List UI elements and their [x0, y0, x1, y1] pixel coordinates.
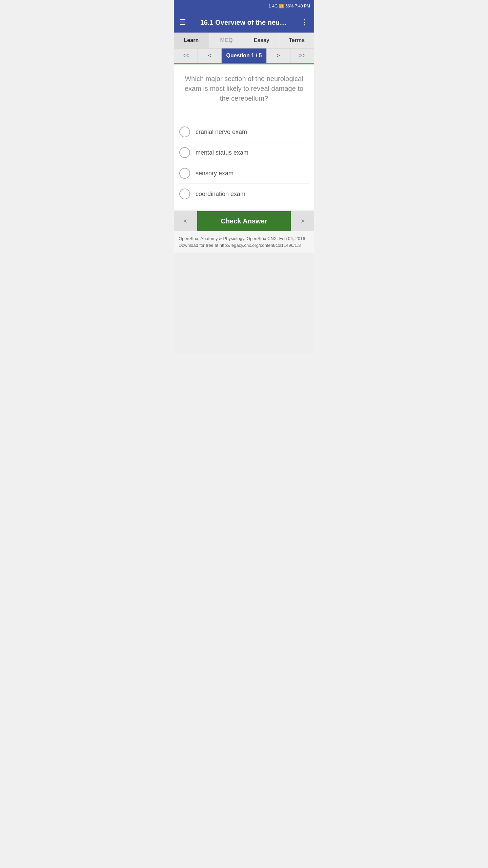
- option-coordination-exam[interactable]: coordination exam: [179, 184, 309, 204]
- question-text: Which major section of the neurological …: [181, 74, 307, 103]
- next-question-button[interactable]: >: [267, 48, 291, 63]
- radio-cranial-nerve[interactable]: [179, 126, 190, 137]
- options-area: cranial nerve exam mental status exam se…: [174, 118, 314, 210]
- tab-essay[interactable]: Essay: [244, 33, 280, 48]
- status-icons: 1 4G 📶 66% 7:40 PM: [269, 4, 310, 8]
- tab-mcq[interactable]: MCQ: [209, 33, 244, 48]
- option-mental-status-exam[interactable]: mental status exam: [179, 142, 309, 163]
- prev-question-button[interactable]: <: [198, 48, 222, 63]
- citation-line2: Download for free at http://legacy.cnx.o…: [179, 242, 309, 249]
- option-cranial-nerve-exam[interactable]: cranial nerve exam: [179, 122, 309, 142]
- question-navigation: << < Question 1 / 5 > >>: [174, 48, 314, 63]
- network-icon: 4G: [272, 4, 278, 8]
- tab-terms[interactable]: Terms: [279, 33, 314, 48]
- next-action-button[interactable]: >: [291, 211, 314, 231]
- menu-icon[interactable]: ☰: [179, 18, 186, 27]
- option-sensory-exam[interactable]: sensory exam: [179, 163, 309, 184]
- radio-mental-status[interactable]: [179, 147, 190, 158]
- signal-icon: 📶: [279, 4, 284, 8]
- prev-action-button[interactable]: <: [174, 211, 197, 231]
- question-counter: Question 1 / 5: [222, 48, 266, 63]
- last-question-button[interactable]: >>: [290, 48, 314, 63]
- sim-icon: 1: [269, 4, 271, 8]
- page-title: 16.1 Overview of the neu…: [186, 19, 301, 26]
- check-answer-button[interactable]: Check Answer: [197, 211, 291, 231]
- option-label-sensory: sensory exam: [196, 170, 233, 177]
- empty-area: [174, 253, 314, 354]
- first-question-button[interactable]: <<: [174, 48, 198, 63]
- radio-sensory[interactable]: [179, 168, 190, 179]
- radio-coordination[interactable]: [179, 189, 190, 199]
- citation-line1: OpenStax, Anatomy & Physiology. OpenStax…: [179, 235, 309, 242]
- tab-learn[interactable]: Learn: [174, 33, 209, 48]
- tab-bar: Learn MCQ Essay Terms: [174, 33, 314, 48]
- battery-text: 66%: [285, 4, 293, 8]
- action-bar: < Check Answer >: [174, 211, 314, 231]
- status-bar: 1 4G 📶 66% 7:40 PM: [174, 0, 314, 12]
- toolbar: ☰ 16.1 Overview of the neu… ⋮: [174, 12, 314, 33]
- time-display: 7:40 PM: [295, 4, 310, 8]
- more-options-icon[interactable]: ⋮: [301, 18, 309, 27]
- option-label-mental-status: mental status exam: [196, 149, 248, 156]
- option-label-coordination: coordination exam: [196, 191, 245, 198]
- option-label-cranial-nerve: cranial nerve exam: [196, 129, 247, 136]
- question-area: Which major section of the neurological …: [174, 64, 314, 118]
- citation: OpenStax, Anatomy & Physiology. OpenStax…: [174, 231, 314, 253]
